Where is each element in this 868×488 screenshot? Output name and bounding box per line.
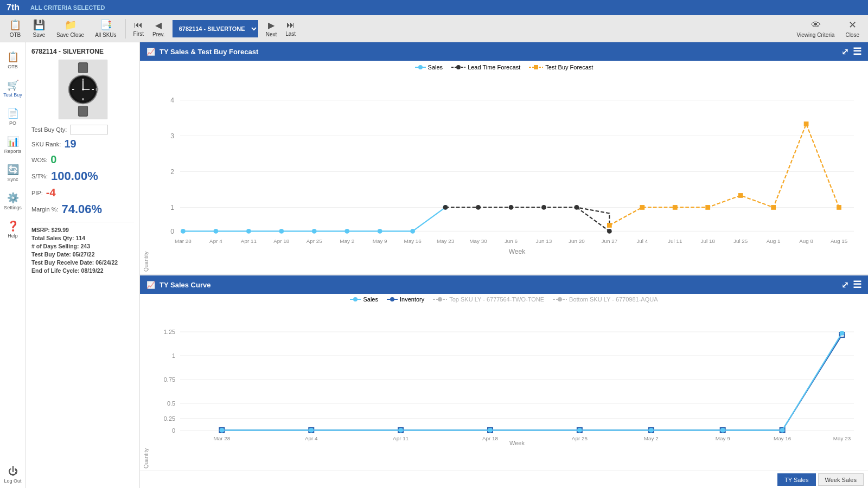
svg-point-14: [82, 88, 84, 91]
last-button[interactable]: ⏭ Last: [282, 18, 299, 39]
svg-point-84: [558, 297, 562, 301]
viewing-criteria-button[interactable]: 👁 Viewing Criteria: [793, 17, 839, 40]
svg-text:May 23: May 23: [437, 238, 455, 244]
next-button[interactable]: ▶ Next: [263, 18, 280, 40]
tab-week-sales[interactable]: Week Sales: [818, 473, 864, 486]
prev-icon: ◀: [155, 20, 162, 30]
bottom-chart-body: Quantity 1.25 1 0.75 0.5 0.25 0: [140, 303, 868, 471]
sidebar-item-otb[interactable]: 📋 OTB: [0, 47, 25, 74]
sidebar-item-sync[interactable]: 🔄 Sync: [0, 159, 25, 187]
sidebar-item-reports[interactable]: 📊 Reports: [0, 131, 25, 158]
sidebar-item-testbuy[interactable]: 🛒 Test Buy: [0, 75, 25, 102]
settings-nav-icon: ⚙️: [7, 192, 19, 204]
svg-text:0: 0: [170, 228, 174, 235]
legend-sales: Sales: [415, 64, 443, 70]
svg-point-80: [390, 297, 394, 301]
svg-text:Apr 18: Apr 18: [482, 435, 499, 441]
chart-curve-icon: 📈: [146, 281, 155, 289]
svg-text:Jun 6: Jun 6: [505, 238, 518, 244]
svg-rect-21: [534, 65, 538, 69]
svg-text:Aug 8: Aug 8: [799, 238, 813, 244]
save-close-button[interactable]: 📁 Save Close: [52, 17, 88, 40]
svg-rect-3: [79, 106, 87, 115]
main-content: 📋 OTB 🛒 Test Buy 📄 PO 📊 Reports 🔄 Sync ⚙…: [0, 42, 868, 488]
top-chart-svg: 4 3 2 1 0 Mar 28 Apr 4 Apr 11 Apr 18 Apr…: [150, 72, 866, 272]
svg-rect-74: [771, 205, 776, 210]
sku-dropdown[interactable]: 6782114 - SILVERTONE: [173, 20, 258, 37]
svg-point-58: [312, 229, 317, 234]
svg-point-78: [353, 297, 358, 301]
testbuy-nav-icon: 🛒: [7, 79, 19, 91]
svg-text:May 16: May 16: [404, 238, 422, 244]
po-nav-icon: 📄: [7, 107, 19, 119]
right-content: 📈 TY Sales & Test Buy Forecast ⤢ ☰ Sales…: [140, 42, 868, 488]
svg-rect-76: [837, 205, 841, 210]
sidebar-item-logout[interactable]: ⏻ Log Out: [0, 461, 25, 488]
svg-text:Jun 13: Jun 13: [536, 238, 552, 244]
watch-illustration: [64, 62, 102, 117]
svg-rect-71: [673, 205, 678, 210]
svg-text:Aug 1: Aug 1: [767, 238, 781, 244]
pip-field: PIP: -4: [31, 187, 134, 199]
legend-bottom-sku: Bottom SKU LY - 6770981-AQUA: [553, 296, 658, 303]
svg-text:May 2: May 2: [340, 238, 354, 244]
svg-text:Apr 25: Apr 25: [572, 435, 588, 441]
svg-point-82: [438, 297, 442, 301]
svg-rect-69: [607, 223, 612, 228]
sidebar-item-po[interactable]: 📄 PO: [0, 103, 25, 130]
test-buy-receive-row: Test Buy Receive Date: 06/24/22: [31, 259, 134, 266]
svg-text:Week: Week: [509, 440, 525, 446]
svg-text:Jul 11: Jul 11: [668, 238, 682, 244]
test-buy-date-row: Test Buy Date: 05/27/22: [31, 251, 134, 258]
margin-field: Margin %: 74.06%: [31, 202, 134, 216]
sidebar-item-help[interactable]: ❓ Help: [0, 216, 25, 243]
wos-value: 0: [50, 153, 56, 166]
svg-point-116: [220, 428, 225, 433]
test-buy-qty-input[interactable]: [70, 125, 108, 134]
svg-point-57: [279, 229, 284, 234]
legend-leadtime: Lead Time Forecast: [451, 64, 520, 70]
tab-ty-sales[interactable]: TY Sales: [777, 473, 815, 486]
svg-text:May 16: May 16: [774, 435, 792, 441]
svg-text:Jun 27: Jun 27: [602, 238, 618, 244]
svg-point-59: [344, 229, 349, 234]
wos-field: WOS: 0: [31, 153, 134, 166]
svg-text:May 30: May 30: [469, 238, 487, 244]
svg-rect-1: [79, 63, 87, 73]
svg-text:Apr 11: Apr 11: [393, 435, 409, 441]
prev-button[interactable]: ◀ Prev.: [149, 18, 168, 40]
svg-point-61: [410, 229, 415, 234]
svg-point-66: [541, 205, 546, 210]
menu-icon[interactable]: ☰: [853, 46, 861, 57]
otb-button[interactable]: 📋 OTB: [4, 17, 26, 40]
svg-rect-75: [804, 121, 809, 126]
expand-icon[interactable]: ⤢: [841, 47, 848, 57]
close-button[interactable]: ✕ Close: [841, 17, 864, 40]
svg-text:May 23: May 23: [833, 435, 851, 441]
app-logo: 7th: [7, 3, 20, 12]
end-of-life-row: End of Life Cycle: 08/19/22: [31, 267, 134, 274]
bottom-menu-icon[interactable]: ☰: [853, 279, 861, 291]
svg-text:0: 0: [172, 427, 175, 434]
st-value: 100.00%: [51, 169, 98, 183]
bottom-chart-title: TY Sales Curve: [159, 281, 210, 289]
top-bar: 7th ALL CRITERIA SELECTED: [0, 0, 868, 15]
last-icon: ⏭: [286, 20, 295, 30]
svg-point-122: [720, 428, 725, 433]
svg-rect-15: [95, 88, 98, 91]
svg-rect-72: [705, 205, 710, 210]
svg-text:1: 1: [170, 204, 174, 211]
svg-point-63: [443, 205, 448, 210]
sidebar-nav: 📋 OTB 🛒 Test Buy 📄 PO 📊 Reports 🔄 Sync ⚙…: [0, 42, 26, 488]
first-button[interactable]: ⏮ First: [130, 18, 147, 39]
save-button[interactable]: 💾 Save: [28, 17, 50, 40]
svg-point-121: [649, 428, 654, 433]
sku-rank-value: 19: [64, 138, 76, 150]
sidebar-item-settings[interactable]: ⚙️ Settings: [0, 188, 25, 215]
svg-text:0.75: 0.75: [164, 376, 175, 383]
top-chart-header: 📈 TY Sales & Test Buy Forecast ⤢ ☰: [140, 42, 868, 61]
all-skus-button[interactable]: 📑 All SKUs: [91, 17, 120, 40]
info-section: MSRP: $29.99 Total Sales Qty: 114 # of D…: [31, 222, 134, 275]
bottom-expand-icon[interactable]: ⤢: [841, 280, 848, 290]
svg-point-117: [309, 428, 314, 433]
